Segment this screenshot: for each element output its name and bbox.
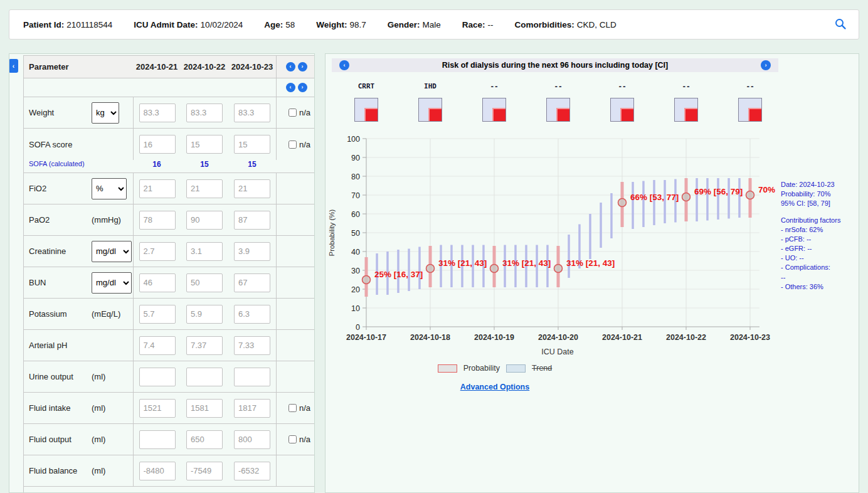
value-cell — [133, 129, 181, 160]
unit-select[interactable]: mg/dl — [92, 241, 132, 262]
value-input[interactable] — [139, 399, 176, 418]
probability-marker[interactable] — [746, 191, 754, 199]
value-input[interactable] — [234, 211, 270, 230]
x-axis-title: ICU Date — [326, 347, 790, 356]
value-input[interactable] — [186, 399, 223, 418]
value-input[interactable] — [186, 368, 223, 386]
value-input[interactable] — [234, 368, 270, 386]
patient-header: Patient Id:2101118544ICU Admit Date:10/0… — [9, 9, 859, 40]
value-cell — [228, 398, 276, 419]
unit-cell: (mmHg) — [89, 214, 133, 226]
value-cell — [181, 241, 228, 262]
chart-next-button[interactable]: › — [761, 60, 771, 70]
value-input[interactable] — [234, 242, 270, 261]
value-input[interactable] — [139, 242, 176, 261]
value-input[interactable] — [139, 103, 176, 122]
value-input[interactable] — [186, 211, 223, 230]
parameter-name: FiO2 — [24, 183, 89, 194]
value-input[interactable] — [234, 399, 270, 418]
value-input[interactable] — [186, 273, 223, 292]
empty-cell — [24, 87, 276, 89]
probability-marker[interactable] — [426, 265, 435, 273]
na-checkbox[interactable] — [288, 435, 297, 443]
value-input[interactable] — [139, 273, 176, 292]
value-input[interactable] — [139, 211, 176, 230]
probability-marker[interactable] — [490, 265, 499, 273]
na-toggle[interactable]: n/a — [282, 403, 310, 413]
prediction-annotation: Date: 2024-10-23Probability: 70%95% CI: … — [781, 180, 859, 292]
na-label: n/a — [299, 140, 310, 149]
value-input[interactable] — [139, 368, 176, 386]
risk-probability-chart: 01020304050607080901002024-10-172024-10-… — [326, 129, 777, 350]
value-cell — [228, 429, 276, 450]
na-checkbox[interactable] — [288, 404, 297, 412]
value-input[interactable] — [186, 135, 223, 154]
info-label: Patient Id: — [23, 20, 64, 29]
unit-select[interactable]: mg/dl — [92, 272, 132, 294]
value-input[interactable] — [186, 305, 223, 324]
probability-legend-label[interactable]: Probability — [463, 364, 500, 373]
na-toggle[interactable]: n/a — [282, 140, 310, 149]
value-input[interactable] — [186, 242, 223, 261]
value-input[interactable] — [234, 462, 270, 480]
parameter-name: Fluid output — [24, 433, 89, 445]
prev-dates-button[interactable]: ‹ — [286, 62, 295, 72]
na-checkbox[interactable] — [288, 140, 297, 149]
na-cell — [276, 173, 315, 204]
sofa-calculated-label: SOFA (calculated) — [24, 160, 133, 169]
probability-marker[interactable] — [554, 265, 563, 273]
y-tick-label: 10 — [351, 304, 360, 313]
probability-marker[interactable] — [363, 276, 371, 284]
probability-marker[interactable] — [618, 199, 627, 207]
trend-legend-label[interactable]: Trend — [532, 364, 552, 373]
unit-label: (mEq/L) — [92, 309, 120, 319]
value-input[interactable] — [139, 135, 176, 154]
na-toggle[interactable]: n/a — [282, 108, 310, 117]
na-cell: n/a — [276, 97, 315, 128]
value-input[interactable] — [234, 273, 270, 292]
chart-prev-button[interactable]: ‹ — [339, 60, 349, 70]
probability-marker[interactable] — [682, 193, 691, 201]
chart-legend: Probability Trend — [326, 364, 664, 373]
na-cell: n/a — [276, 393, 315, 423]
value-cell — [228, 102, 276, 124]
value-input[interactable] — [139, 305, 176, 324]
probability-legend-swatch[interactable] — [438, 364, 457, 373]
value-cell — [181, 335, 228, 356]
x-tick-label: 2024-10-18 — [410, 333, 450, 342]
advanced-options-link[interactable]: Advanced Options — [326, 383, 664, 391]
value-input[interactable] — [234, 135, 270, 154]
point-label: 31% [21, 43] — [566, 258, 615, 268]
na-checkbox[interactable] — [288, 109, 297, 117]
value-input[interactable] — [234, 103, 270, 122]
trend-legend-swatch[interactable] — [506, 364, 526, 373]
date-nav-arrows: ‹› — [286, 83, 307, 92]
next-dates-button[interactable]: › — [298, 83, 307, 92]
value-input[interactable] — [186, 462, 223, 480]
unit-select[interactable]: % — [92, 178, 127, 199]
sofa-calculated-row: SOFA (calculated)161515 — [24, 160, 315, 173]
value-input[interactable] — [186, 430, 223, 449]
value-input[interactable] — [139, 179, 176, 198]
value-input[interactable] — [234, 336, 270, 355]
value-input[interactable] — [139, 430, 176, 449]
prev-dates-button[interactable]: ‹ — [286, 83, 295, 92]
parameter-table: Parameter2024-10-212024-10-222024-10-23‹… — [23, 55, 315, 493]
value-input[interactable] — [186, 103, 223, 122]
value-input[interactable] — [234, 179, 270, 198]
value-input[interactable] — [139, 462, 176, 480]
na-toggle[interactable]: n/a — [282, 435, 310, 444]
unit-cell: kg — [89, 101, 133, 125]
next-dates-button[interactable]: › — [298, 62, 307, 72]
value-input[interactable] — [139, 336, 176, 355]
unit-select[interactable]: kg — [92, 102, 119, 124]
search-button[interactable] — [834, 18, 847, 31]
value-input[interactable] — [186, 336, 223, 355]
value-cell — [181, 366, 228, 388]
collapse-panel-button[interactable]: ‹ — [9, 59, 18, 73]
value-input[interactable] — [186, 179, 223, 198]
date-column-header: 2024-10-23 — [228, 61, 276, 73]
value-input[interactable] — [234, 430, 270, 449]
value-input[interactable] — [234, 305, 270, 324]
annotation-line: -- — [781, 273, 859, 282]
